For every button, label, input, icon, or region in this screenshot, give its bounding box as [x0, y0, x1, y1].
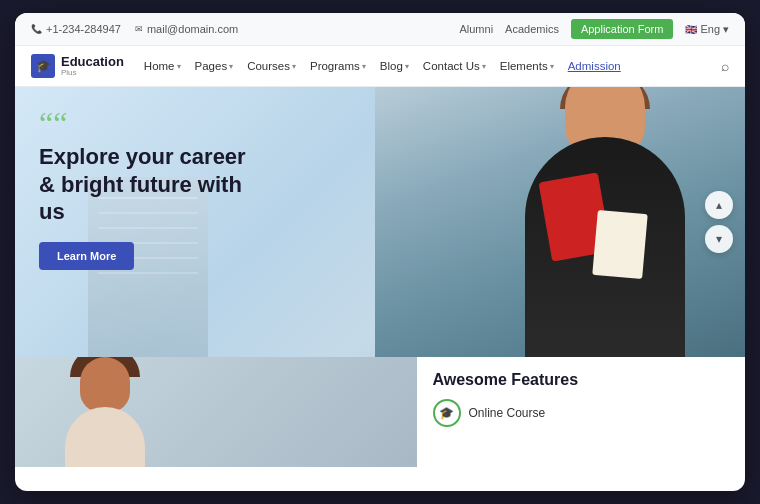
flag-icon	[685, 23, 697, 35]
nav-bar: 🎓 Education Plus Home Pages Courses Prog…	[15, 46, 745, 87]
hero-content: ““ Explore your career & bright future w…	[39, 107, 259, 270]
alumni-link[interactable]: Alumni	[459, 23, 493, 35]
email-contact: mail@domain.com	[135, 23, 238, 35]
online-course-icon	[433, 399, 461, 427]
graduate-image	[375, 87, 745, 357]
hero-arrows	[705, 191, 733, 253]
quote-mark: ““	[39, 107, 259, 139]
nav-programs[interactable]: Programs	[310, 60, 366, 72]
hero-title: Explore your career & bright future with…	[39, 143, 259, 226]
academics-link[interactable]: Academics	[505, 23, 559, 35]
chevron-down-icon	[177, 62, 181, 71]
email-address: mail@domain.com	[147, 23, 238, 35]
language-selector[interactable]: Eng	[685, 23, 729, 36]
chevron-up-icon	[716, 198, 722, 212]
logo-text: Education Plus	[61, 55, 124, 77]
student-figure	[55, 367, 155, 467]
online-course-label: Online Course	[469, 406, 546, 420]
phone-number: +1-234-284947	[46, 23, 121, 35]
nav-home[interactable]: Home	[144, 60, 181, 72]
features-section: Awesome Features Online Course	[417, 357, 746, 467]
mail-icon	[135, 24, 143, 34]
prev-arrow-button[interactable]	[705, 191, 733, 219]
top-bar: +1-234-284947 mail@domain.com Alumni Aca…	[15, 13, 745, 46]
nav-courses[interactable]: Courses	[247, 60, 296, 72]
chevron-down-icon	[482, 62, 486, 71]
lang-label: Eng	[700, 23, 720, 35]
chevron-down-icon	[723, 23, 729, 36]
feature-item-online-course: Online Course	[433, 399, 730, 427]
logo-name: Education	[61, 55, 124, 68]
chevron-down-icon	[362, 62, 366, 71]
nav-contact[interactable]: Contact Us	[423, 60, 486, 72]
logo-icon: 🎓	[31, 54, 55, 78]
hero-section: ““ Explore your career & bright future w…	[15, 87, 745, 357]
top-bar-right: Alumni Academics Application Form Eng	[459, 19, 729, 39]
bottom-section: Awesome Features Online Course	[15, 357, 745, 467]
logo-sub: Plus	[61, 68, 124, 77]
phone-contact: +1-234-284947	[31, 23, 121, 35]
graduation-cap-icon	[439, 406, 454, 420]
grad-diploma	[592, 210, 647, 279]
browser-frame: +1-234-284947 mail@domain.com Alumni Aca…	[15, 13, 745, 491]
phone-icon	[31, 24, 42, 34]
chevron-down-icon	[716, 232, 722, 246]
student-head	[80, 357, 130, 412]
features-title: Awesome Features	[433, 371, 730, 389]
nav-pages[interactable]: Pages	[195, 60, 234, 72]
chevron-down-icon	[292, 62, 296, 71]
next-arrow-button[interactable]	[705, 225, 733, 253]
nav-blog[interactable]: Blog	[380, 60, 409, 72]
logo[interactable]: 🎓 Education Plus	[31, 54, 124, 78]
nav-links: Home Pages Courses Programs Blog Contact…	[144, 58, 729, 74]
nav-elements[interactable]: Elements	[500, 60, 554, 72]
chevron-down-icon	[550, 62, 554, 71]
grad-silhouette	[495, 97, 715, 357]
learn-more-button[interactable]: Learn More	[39, 242, 134, 270]
top-bar-left: +1-234-284947 mail@domain.com	[31, 23, 238, 35]
nav-admission[interactable]: Admission	[568, 60, 621, 72]
application-form-button[interactable]: Application Form	[571, 19, 674, 39]
student-photo-section	[15, 357, 417, 467]
chevron-down-icon	[229, 62, 233, 71]
chevron-down-icon	[405, 62, 409, 71]
student-body	[65, 407, 145, 467]
search-icon[interactable]: ⌕	[721, 58, 729, 74]
